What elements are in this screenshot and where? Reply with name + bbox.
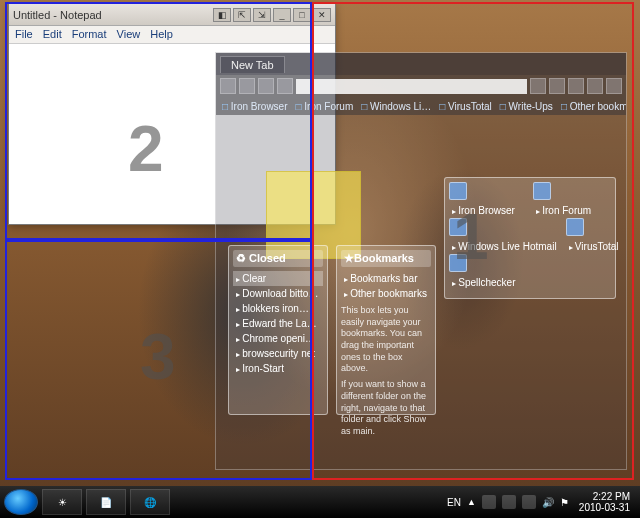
language-indicator[interactable]: EN bbox=[447, 497, 461, 508]
closed-item[interactable]: Chrome opening… bbox=[233, 331, 323, 346]
tab-new[interactable]: New Tab bbox=[220, 56, 285, 73]
go-button[interactable] bbox=[530, 78, 546, 94]
bookmarks-hint2: If you want to show a different folder o… bbox=[341, 379, 431, 437]
ext2-button[interactable] bbox=[587, 78, 603, 94]
closed-item[interactable]: Edward the Las… bbox=[233, 316, 323, 331]
browser-toolbar bbox=[216, 75, 626, 97]
ext1-button[interactable] bbox=[568, 78, 584, 94]
minimize-button[interactable]: _ bbox=[273, 8, 291, 22]
menu-button[interactable] bbox=[549, 78, 565, 94]
bookmarks-panel-title: ★Bookmarks bbox=[341, 250, 431, 267]
bookmark-other[interactable]: Other bookma… bbox=[561, 101, 626, 112]
notepad-icon: 📄 bbox=[100, 497, 112, 508]
back-button[interactable] bbox=[220, 78, 236, 94]
app-windows-live[interactable]: Windows Live Hotmail bbox=[449, 239, 560, 254]
closed-panel-title: ♻ Closed bbox=[233, 250, 323, 267]
app-iron-browser[interactable]: Iron Browser bbox=[449, 203, 527, 218]
browser-window[interactable]: New Tab Iron Browser Iron Forum Windows … bbox=[215, 52, 627, 470]
app-icon[interactable] bbox=[449, 218, 467, 236]
home-button[interactable] bbox=[277, 78, 293, 94]
desktop: Untitled - Notepad ◧ ⇱ ⇲ _ □ ✕ File Edit… bbox=[0, 0, 640, 518]
closed-item[interactable]: blokkers iron… bbox=[233, 301, 323, 316]
app-icon[interactable] bbox=[449, 182, 467, 200]
app-virustotal[interactable]: VirusTotal bbox=[566, 239, 622, 254]
clock[interactable]: 2:22 PM 2010-03-31 bbox=[575, 491, 636, 513]
titlebar-extra1-button[interactable]: ◧ bbox=[213, 8, 231, 22]
app-spellchecker[interactable]: Spellchecker bbox=[449, 275, 527, 290]
tray-icon[interactable] bbox=[502, 495, 516, 509]
other-bookmarks-folder[interactable]: Other bookmarks bbox=[341, 286, 431, 301]
apps-panel: Iron Browser Iron Forum Windows Live Hot… bbox=[444, 177, 616, 299]
menu-file[interactable]: File bbox=[15, 28, 33, 41]
close-button[interactable]: ✕ bbox=[313, 8, 331, 22]
menu-help[interactable]: Help bbox=[150, 28, 173, 41]
bookmarks-bar-folder[interactable]: Bookmarks bar bbox=[341, 271, 431, 286]
menu-edit[interactable]: Edit bbox=[43, 28, 62, 41]
browser-content: ♻ Closed Clear Download bitton… blokkers… bbox=[216, 115, 626, 469]
bookmarks-bar: Iron Browser Iron Forum Windows Li… Viru… bbox=[216, 97, 626, 115]
start-button[interactable] bbox=[4, 489, 38, 515]
titlebar-extra3-button[interactable]: ⇲ bbox=[253, 8, 271, 22]
wrench-button[interactable] bbox=[606, 78, 622, 94]
closed-item[interactable]: browsecurity net bbox=[233, 346, 323, 361]
taskbar-item[interactable]: ☀ bbox=[42, 489, 82, 515]
browser-tabbar: New Tab bbox=[216, 53, 626, 75]
browser-icon: 🌐 bbox=[144, 497, 156, 508]
bookmark-virustotal[interactable]: VirusTotal bbox=[439, 101, 492, 112]
bookmark-iron-browser[interactable]: Iron Browser bbox=[222, 101, 288, 112]
app-icon[interactable] bbox=[533, 182, 551, 200]
taskbar-item[interactable]: 📄 bbox=[86, 489, 126, 515]
forward-button[interactable] bbox=[239, 78, 255, 94]
reload-button[interactable] bbox=[258, 78, 274, 94]
notepad-menubar: File Edit Format View Help bbox=[9, 26, 335, 44]
tray-icon[interactable] bbox=[522, 495, 536, 509]
clock-date: 2010-03-31 bbox=[579, 502, 630, 513]
sun-icon: ☀ bbox=[58, 497, 67, 508]
taskbar: ☀ 📄 🌐 EN ▲ 🔊 ⚑ 2:22 PM 2010-03-31 bbox=[0, 486, 640, 518]
closed-item[interactable]: Iron-Start bbox=[233, 361, 323, 376]
bookmark-write-ups[interactable]: Write-Ups bbox=[500, 101, 553, 112]
bookmarks-panel: ★Bookmarks Bookmarks bar Other bookmarks… bbox=[336, 245, 436, 415]
taskbar-item[interactable]: 🌐 bbox=[130, 489, 170, 515]
bookmark-windows-live[interactable]: Windows Li… bbox=[361, 101, 431, 112]
maximize-button[interactable]: □ bbox=[293, 8, 311, 22]
app-iron-forum[interactable]: Iron Forum bbox=[533, 203, 611, 218]
notepad-title: Untitled - Notepad bbox=[13, 9, 102, 21]
menu-format[interactable]: Format bbox=[72, 28, 107, 41]
closed-panel: ♻ Closed Clear Download bitton… blokkers… bbox=[228, 245, 328, 415]
app-icon[interactable] bbox=[566, 218, 584, 236]
app-icon[interactable] bbox=[449, 254, 467, 272]
tray-icon[interactable] bbox=[482, 495, 496, 509]
system-tray: EN ▲ 🔊 ⚑ 2:22 PM 2010-03-31 bbox=[447, 491, 636, 513]
clock-time: 2:22 PM bbox=[579, 491, 630, 502]
address-bar[interactable] bbox=[296, 79, 527, 94]
tray-chevron-icon[interactable]: ▲ bbox=[467, 497, 476, 507]
titlebar-extra2-button[interactable]: ⇱ bbox=[233, 8, 251, 22]
bookmarks-hint: This box lets you easily navigate your b… bbox=[341, 305, 431, 375]
closed-clear[interactable]: Clear bbox=[233, 271, 323, 286]
bookmark-iron-forum[interactable]: Iron Forum bbox=[296, 101, 354, 112]
menu-view[interactable]: View bbox=[117, 28, 141, 41]
notepad-titlebar[interactable]: Untitled - Notepad ◧ ⇱ ⇲ _ □ ✕ bbox=[9, 4, 335, 26]
flag-icon[interactable]: ⚑ bbox=[560, 497, 569, 508]
closed-item[interactable]: Download bitton… bbox=[233, 286, 323, 301]
volume-icon[interactable]: 🔊 bbox=[542, 497, 554, 508]
